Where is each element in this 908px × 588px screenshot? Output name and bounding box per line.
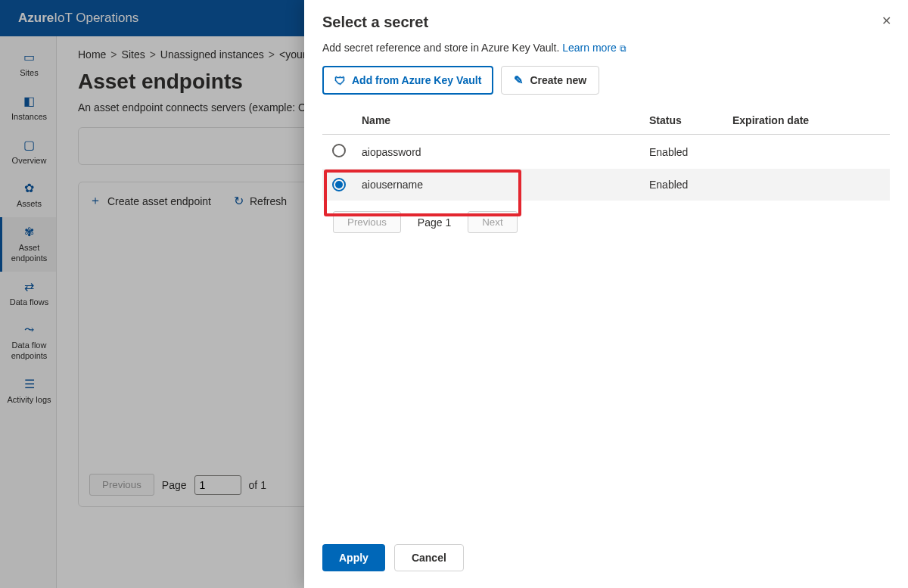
learn-more-link[interactable]: Learn more ⧉	[562, 42, 626, 54]
panel-subtitle-text: Add secret reference and store in Azure …	[322, 42, 562, 54]
panel-pager: Previous Page 1 Next	[333, 211, 890, 233]
panel-title: Select a secret	[322, 14, 890, 31]
panel-next-button[interactable]: Next	[468, 211, 517, 233]
key-vault-icon: 🛡	[334, 74, 346, 87]
col-status: Status	[643, 107, 726, 135]
col-expiration: Expiration date	[726, 107, 890, 135]
secrets-table: Name Status Expiration date aiopassword …	[322, 107, 890, 201]
create-new-label: Create new	[530, 74, 586, 86]
select-secret-panel: ✕ Select a secret Add secret reference a…	[304, 0, 908, 588]
secret-name: aiopassword	[356, 135, 643, 170]
cancel-button[interactable]: Cancel	[394, 544, 464, 571]
panel-footer: Apply Cancel	[304, 534, 908, 588]
add-from-key-vault-button[interactable]: 🛡 Add from Azure Key Vault	[322, 66, 493, 95]
add-label: Add from Azure Key Vault	[352, 74, 481, 86]
close-icon: ✕	[882, 14, 891, 27]
external-link-icon: ⧉	[620, 43, 627, 54]
table-row[interactable]: aiousername Enabled	[322, 169, 890, 201]
radio-button[interactable]	[332, 144, 346, 157]
table-row[interactable]: aiopassword Enabled	[322, 135, 890, 170]
secret-status: Enabled	[643, 135, 726, 170]
create-new-button[interactable]: ✎ Create new	[501, 66, 599, 95]
panel-subtitle: Add secret reference and store in Azure …	[322, 42, 890, 54]
learn-more-text: Learn more	[562, 42, 617, 54]
close-button[interactable]: ✕	[882, 14, 891, 28]
radio-button[interactable]	[332, 178, 346, 191]
secret-status: Enabled	[643, 169, 726, 201]
create-icon: ✎	[514, 73, 524, 87]
panel-page-indicator: Page 1	[407, 212, 462, 233]
col-name: Name	[356, 107, 643, 135]
secret-name: aiousername	[356, 169, 643, 201]
apply-button[interactable]: Apply	[322, 544, 385, 571]
panel-previous-button[interactable]: Previous	[333, 211, 401, 233]
